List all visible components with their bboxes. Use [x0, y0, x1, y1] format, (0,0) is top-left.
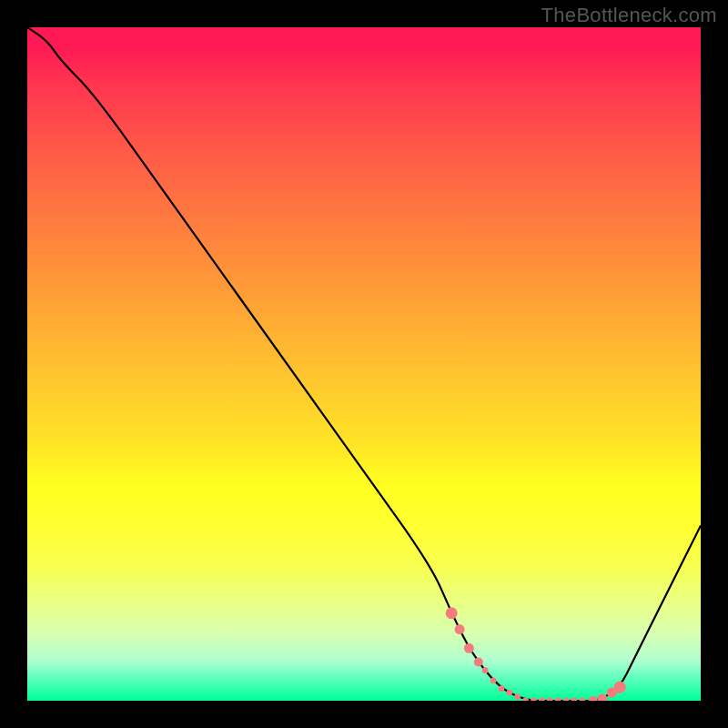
curve-marker-dot	[464, 643, 474, 653]
curve-marker-dot	[547, 698, 553, 701]
curve-marker-dot	[514, 693, 521, 700]
curve-marker-dot	[474, 658, 483, 667]
curve-marker-dot	[555, 698, 561, 701]
curve-marker-dot	[506, 690, 512, 696]
chart-svg	[27, 27, 701, 701]
watermark-text: TheBottleneck.com	[541, 4, 717, 27]
curve-marker-dot	[490, 677, 497, 683]
curve-marker-dot	[579, 698, 585, 701]
curve-marker-dot	[589, 696, 598, 701]
bottleneck-curve	[27, 27, 701, 701]
curve-marker-dot	[455, 624, 465, 634]
curve-marker-dot	[531, 698, 537, 701]
curve-marker-dot	[482, 667, 489, 673]
curve-marker-dot	[499, 685, 505, 692]
curve-marker-dot	[563, 698, 570, 701]
curve-marker-dot	[607, 688, 617, 698]
curve-marker-dot	[571, 698, 578, 701]
chart-plot-area	[27, 27, 701, 701]
curve-marker-dot	[598, 694, 608, 702]
curve-marker-dot	[446, 607, 458, 619]
curve-marker-dot	[539, 698, 545, 701]
